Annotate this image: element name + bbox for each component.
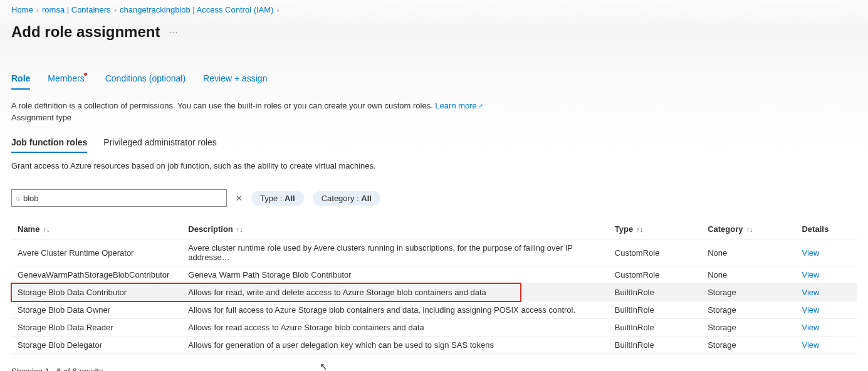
page-title: Add role assignment xyxy=(11,23,160,41)
column-description[interactable]: Description ↑↓ xyxy=(183,221,610,239)
cell-description: Geneva Warm Path Storage Blob Contributo… xyxy=(183,266,610,284)
results-count: Showing 1 - 6 of 6 results. xyxy=(11,367,857,371)
search-input-container[interactable]: ⌕ xyxy=(11,189,227,207)
view-link[interactable]: View xyxy=(802,323,819,332)
table-row[interactable]: Storage Blob Data ReaderAllows for read … xyxy=(11,319,857,337)
cell-category: None xyxy=(703,239,797,266)
tab-members-label: Members xyxy=(48,73,84,83)
cell-type: CustomRole xyxy=(610,239,703,266)
cell-description: Allows for full access to Azure Storage … xyxy=(183,301,610,319)
red-dot-icon xyxy=(84,73,87,76)
table-row[interactable]: GenevaWarmPathStorageBlobContributorGene… xyxy=(11,266,857,284)
cell-type: BuiltInRole xyxy=(610,337,703,354)
main-tabs: Role Members Conditions (optional) Revie… xyxy=(11,71,857,88)
job-function-description: Grant access to Azure resources based on… xyxy=(11,161,857,170)
sort-icon: ↑↓ xyxy=(745,226,753,233)
tab-role[interactable]: Role xyxy=(11,71,30,88)
table-row[interactable]: Storage Blob Data OwnerAllows for full a… xyxy=(11,301,857,319)
column-type[interactable]: Type ↑↓ xyxy=(610,221,703,239)
sort-icon: ↑↓ xyxy=(634,226,643,233)
column-category[interactable]: Category ↑↓ xyxy=(703,221,797,239)
search-input[interactable] xyxy=(23,194,222,203)
cell-type: BuiltInRole xyxy=(610,284,703,301)
column-details: Details xyxy=(797,221,857,239)
cell-description: Avere cluster runtime role used by Avere… xyxy=(183,239,610,266)
cell-type: BuiltInRole xyxy=(610,319,703,337)
cell-description: Allows for generation of a user delegati… xyxy=(183,337,610,354)
cell-name: Storage Blob Data Owner xyxy=(11,301,183,319)
sort-icon: ↑↓ xyxy=(41,226,50,233)
filter-type[interactable]: Type : All xyxy=(251,191,304,206)
view-link[interactable]: View xyxy=(802,270,819,280)
sort-icon: ↑↓ xyxy=(234,226,243,233)
view-link[interactable]: View xyxy=(802,288,819,297)
chevron-right-icon: › xyxy=(276,5,279,14)
tab-members[interactable]: Members xyxy=(48,71,87,88)
external-link-icon: ↗ xyxy=(478,103,483,109)
breadcrumb-storageaccount[interactable]: romsa | Containers xyxy=(42,5,111,14)
roles-table: Name ↑↓ Description ↑↓ Type ↑↓ Category … xyxy=(11,221,857,354)
cell-name: GenevaWarmPathStorageBlobContributor xyxy=(11,266,183,284)
intro-text: A role definition is a collection of per… xyxy=(11,101,435,110)
column-name[interactable]: Name ↑↓ xyxy=(11,221,183,239)
cell-name: Storage Blob Delegator xyxy=(11,337,183,354)
view-link[interactable]: View xyxy=(802,305,819,315)
tab-review[interactable]: Review + assign xyxy=(203,71,267,88)
table-row[interactable]: Storage Blob Data ContributorAllows for … xyxy=(11,284,857,301)
cell-name: Avere Cluster Runtime Operator xyxy=(11,239,183,266)
more-icon[interactable]: ··· xyxy=(169,27,178,37)
role-type-tabs: Job function roles Privileged administra… xyxy=(11,136,857,152)
tab-job-function-roles[interactable]: Job function roles xyxy=(11,136,87,152)
cell-category: Storage xyxy=(703,301,797,319)
breadcrumb: Home › romsa | Containers › changetracki… xyxy=(11,5,857,14)
learn-more-link[interactable]: Learn more↗ xyxy=(435,101,481,110)
breadcrumb-container[interactable]: changetrackingblob | Access Control (IAM… xyxy=(120,5,273,14)
cell-category: None xyxy=(703,266,797,284)
search-icon: ⌕ xyxy=(16,194,20,202)
clear-search-icon[interactable]: ✕ xyxy=(236,194,243,203)
cell-type: BuiltInRole xyxy=(610,301,703,319)
breadcrumb-home[interactable]: Home xyxy=(11,5,33,14)
view-link[interactable]: View xyxy=(802,340,819,350)
view-link[interactable]: View xyxy=(802,248,819,258)
filters-row: ⌕ ✕ Type : All Category : All xyxy=(11,189,857,207)
table-row[interactable]: Avere Cluster Runtime OperatorAvere clus… xyxy=(11,239,857,266)
cell-name: Storage Blob Data Reader xyxy=(11,319,183,337)
tab-privileged-admin-roles[interactable]: Privileged administrator roles xyxy=(103,136,217,152)
role-definition-description: A role definition is a collection of per… xyxy=(11,101,857,110)
cell-description: Allows for read, write and delete access… xyxy=(183,284,610,301)
cell-type: CustomRole xyxy=(610,266,703,284)
cell-category: Storage xyxy=(703,319,797,337)
cell-name: Storage Blob Data Contributor xyxy=(11,284,183,301)
table-row[interactable]: Storage Blob DelegatorAllows for generat… xyxy=(11,337,857,354)
cell-category: Storage xyxy=(703,284,797,301)
assignment-type-label: Assignment type xyxy=(11,113,857,122)
chevron-right-icon: › xyxy=(114,5,117,14)
chevron-right-icon: › xyxy=(36,5,39,14)
cell-description: Allows for read access to Azure Storage … xyxy=(183,319,610,337)
tab-conditions[interactable]: Conditions (optional) xyxy=(105,71,186,88)
filter-category[interactable]: Category : All xyxy=(313,191,380,206)
cell-category: Storage xyxy=(703,337,797,354)
